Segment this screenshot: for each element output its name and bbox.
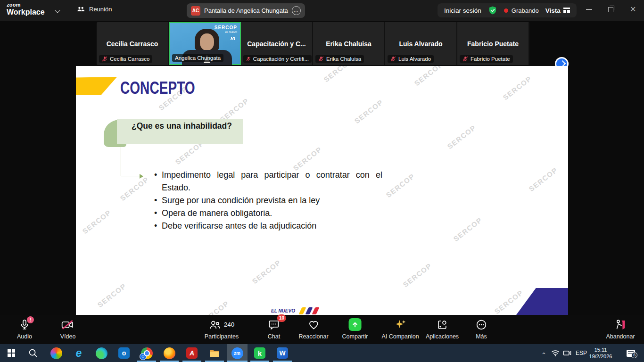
wifi-icon: [551, 349, 560, 357]
chat-button[interactable]: 10 Chat: [268, 318, 280, 340]
participant-name: Fabricio Puetate: [457, 40, 528, 48]
audio-alert-badge: !: [27, 316, 34, 323]
mic-muted-icon: [318, 56, 324, 62]
tray-notifications[interactable]: 6: [627, 344, 635, 362]
notification-icon: 6: [627, 350, 635, 357]
brand-bottom: Workplace: [7, 8, 45, 16]
copilot-icon: [50, 347, 62, 359]
ai-companion-button[interactable]: AI Companion: [381, 318, 419, 340]
chrome-icon: ☺: [141, 347, 153, 359]
screen-share-pill[interactable]: AC Pantalla de Angelica Chungata …: [187, 3, 305, 18]
taskbar-word-button[interactable]: W: [272, 344, 293, 362]
participant-tile-cecilia[interactable]: Cecilia Carrasco Cecilia Carrasco: [97, 22, 169, 65]
react-button[interactable]: Reaccionar: [298, 318, 328, 340]
participant-tile-luis[interactable]: Luis Alvarado Luis Alvarado: [385, 22, 457, 65]
outlook-icon: o: [118, 347, 130, 359]
tray-language[interactable]: ESP: [576, 344, 587, 362]
taskbar-outlook-button[interactable]: o: [114, 344, 134, 362]
video-watermark-logo: SERCOP EL NUEVO: [215, 25, 237, 42]
sign-in-button[interactable]: Iniciar sesión: [444, 7, 481, 14]
participant-tile-angelica-video[interactable]: SERCOP EL NUEVO Angelica Chungata: [169, 22, 241, 65]
sercop-watermark: SERCOP: [118, 175, 150, 203]
participant-tile-capacitacion[interactable]: Capacitación y C... Capacitación y Certi…: [241, 22, 313, 65]
tray-wifi[interactable]: [551, 344, 560, 362]
sparkle-icon: [394, 319, 406, 331]
taskbar-search-button[interactable]: [23, 344, 43, 362]
word-icon: W: [277, 347, 288, 359]
shared-screen-slide: SERCOPSERCOPSERCOPSERCOPSERCOPSERCOPSERC…: [76, 66, 568, 315]
sercop-watermark: SERCOP: [291, 145, 323, 173]
participant-label: Angelica Chungata: [172, 54, 223, 62]
avatar: AC: [191, 6, 200, 16]
zoom-meeting-window: zoom Workplace Reunión AC Pantalla de An…: [0, 0, 644, 362]
search-icon: [28, 348, 38, 358]
kaspersky-icon: k: [254, 347, 265, 359]
topbar-status-group: Iniciar sesión Grabando Vista: [438, 3, 577, 17]
taskbar-chrome-button[interactable]: ☺: [136, 344, 157, 362]
firefox-icon: [164, 347, 175, 359]
sercop-footer-logo: EL NUEVO: [271, 307, 413, 315]
connector-arrow-icon: [140, 174, 143, 179]
taskbar-explorer-button[interactable]: [204, 344, 225, 362]
share-options-ellipsis-icon[interactable]: …: [292, 6, 301, 15]
participant-tile-fabricio[interactable]: Fabricio Puetate Fabricio Puetate: [457, 22, 529, 65]
start-button[interactable]: [1, 344, 22, 362]
sercop-watermark: SERCOP: [322, 66, 354, 83]
chrome-profile-badge: ☺: [140, 353, 147, 360]
chevron-up-icon: ›: [540, 352, 547, 354]
more-button[interactable]: Más: [476, 318, 487, 340]
tray-camera-in-use[interactable]: [563, 344, 572, 362]
security-shield-icon[interactable]: [488, 6, 497, 15]
apps-button[interactable]: Aplicaciones: [426, 318, 459, 340]
minimize-button[interactable]: [586, 6, 593, 12]
taskbar-edge-button[interactable]: [91, 344, 112, 362]
bullet-list: Impedimento legal para participar o cont…: [154, 169, 404, 232]
mic-muted-icon: [246, 56, 251, 62]
bullet-item: Debe verificarse antes de la adjudicació…: [154, 220, 404, 232]
audio-button[interactable]: ! Audio: [17, 318, 32, 340]
participant-label: Capacitación y Certifi...: [243, 55, 312, 63]
question-text: ¿Que es una inhabilidad?: [132, 121, 232, 131]
taskbar-acrobat-button[interactable]: A: [182, 344, 202, 362]
sercop-watermark: SERCOP: [250, 258, 282, 286]
notification-count-badge: 6: [631, 352, 637, 358]
participants-button[interactable]: 240 Participantes: [205, 318, 239, 340]
internet-explorer-icon: e: [76, 347, 82, 360]
acrobat-icon: A: [186, 347, 198, 359]
meeting-tab-label: Reunión: [89, 6, 112, 13]
participant-name: Luis Alvarado: [385, 40, 456, 48]
recording-indicator[interactable]: Grabando: [504, 7, 539, 14]
leave-door-icon: [614, 319, 627, 330]
bullet-item: Impedimento legal para participar o cont…: [154, 169, 382, 194]
restore-button[interactable]: [608, 6, 615, 12]
tab-meeting[interactable]: Reunión: [77, 6, 112, 13]
tray-clock[interactable]: 15:11 19/2/2026: [586, 346, 615, 360]
recording-label: Grabando: [512, 7, 539, 14]
sercop-watermark: SERCOP: [81, 208, 112, 236]
tray-time: 15:11: [586, 346, 615, 353]
mic-muted-icon: [462, 56, 468, 62]
participant-label: Erika Chaluisa: [315, 55, 364, 63]
taskbar-kaspersky-button[interactable]: k: [249, 344, 270, 362]
corner-accent-shape: [516, 288, 568, 315]
video-button[interactable]: Vídeo: [60, 318, 76, 340]
participant-tile-erika[interactable]: Erika Chaluisa Erika Chaluisa: [313, 22, 385, 65]
participant-label: Fabricio Puetate: [460, 55, 513, 63]
leave-meeting-button[interactable]: Abandonar: [606, 318, 635, 340]
close-button[interactable]: ✕: [630, 5, 636, 14]
sercop-watermark: SERCOP: [527, 166, 559, 193]
sercop-watermark: SERCOP: [198, 299, 230, 315]
taskbar-ie-button[interactable]: e: [68, 344, 89, 362]
brand-chevron-down-icon[interactable]: [56, 8, 60, 12]
view-button[interactable]: Vista: [545, 7, 570, 14]
title-accent-shape: [76, 77, 118, 95]
more-ellipsis-icon: [476, 319, 487, 330]
taskbar-zoom-button[interactable]: zm: [227, 344, 248, 362]
share-screen-button[interactable]: Compartir: [342, 318, 368, 340]
meeting-toolbar: ! Audio Vídeo 240 Participantes 10 Chat: [0, 315, 644, 344]
windows-taskbar: e o ☺ A zm k W ›: [0, 344, 644, 362]
brand-top: zoom: [7, 2, 45, 8]
taskbar-copilot-button[interactable]: [46, 344, 66, 362]
tray-show-hidden-icons[interactable]: ›: [542, 344, 544, 362]
taskbar-firefox-button[interactable]: [159, 344, 180, 362]
